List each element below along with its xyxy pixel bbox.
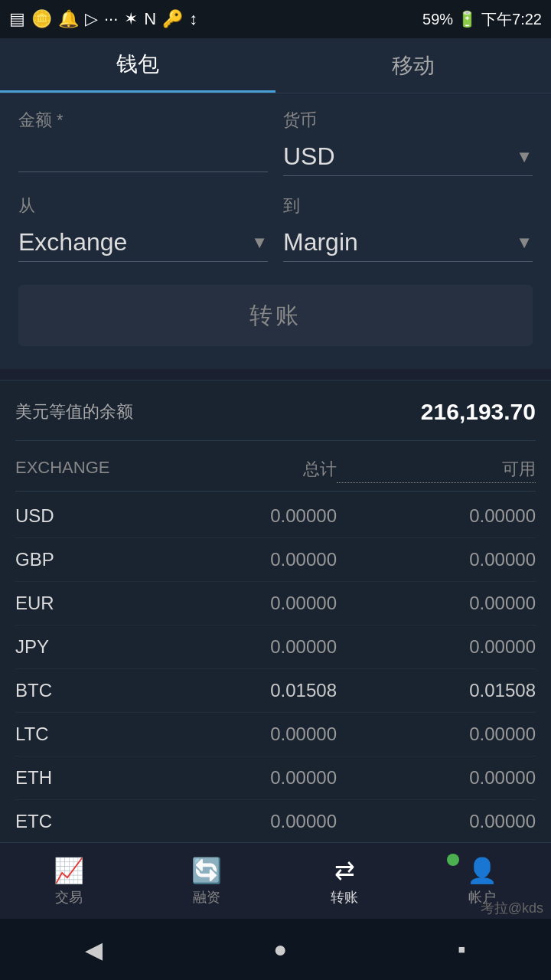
total-cell: 0.00000 bbox=[138, 767, 337, 789]
transfer-icon: ⇄ bbox=[334, 856, 355, 885]
currency-value: USD bbox=[283, 142, 516, 171]
available-cell: 0.00000 bbox=[337, 636, 536, 658]
balance-label: 美元等值的余额 bbox=[15, 400, 133, 423]
available-cell: 0.00000 bbox=[337, 724, 536, 745]
table-row: GBP 0.00000 0.00000 bbox=[15, 538, 536, 582]
total-cell: 0.00000 bbox=[138, 593, 337, 614]
tab-move[interactable]: 移动 bbox=[276, 38, 551, 93]
back-button[interactable]: ◀ bbox=[85, 936, 103, 963]
total-header: 总计 bbox=[138, 458, 337, 483]
status-bar: ▤ 🪙 🔔 ▷ ··· ✶ N 🔑 ↕ 59% 🔋 下午7:22 bbox=[0, 0, 551, 38]
table-row: BTC 0.01508 0.01508 bbox=[15, 669, 536, 713]
currency-dropdown-arrow: ▼ bbox=[516, 147, 533, 167]
to-label: 到 bbox=[283, 194, 533, 217]
transfer-form: 金额 * 货币 USD ▼ 从 Exchange ▼ 到 Margin ▼ bbox=[0, 93, 551, 369]
send-icon: ▷ bbox=[85, 9, 98, 29]
transfer-label: 转账 bbox=[331, 888, 358, 906]
tab-wallet[interactable]: 钱包 bbox=[0, 38, 276, 93]
from-label: 从 bbox=[18, 194, 268, 217]
from-select[interactable]: Exchange ▼ bbox=[18, 224, 268, 262]
total-cell: 0.00000 bbox=[138, 724, 337, 745]
trade-label: 交易 bbox=[55, 888, 83, 906]
transfer-button[interactable]: 转账 bbox=[18, 285, 533, 346]
available-cell: 0.00000 bbox=[337, 593, 536, 614]
to-value: Margin bbox=[283, 228, 516, 256]
watermark: 考拉@kds bbox=[481, 899, 543, 917]
nav-transfer[interactable]: ⇄ 转账 bbox=[276, 843, 413, 919]
currency-cell: BTC bbox=[15, 680, 138, 701]
lock-icon: 🔑 bbox=[162, 9, 183, 29]
bell-icon: 🔔 bbox=[58, 9, 79, 29]
total-cell: 0.00000 bbox=[138, 549, 337, 570]
status-icons-left: ▤ 🪙 🔔 ▷ ··· ✶ N 🔑 ↕ bbox=[9, 9, 197, 29]
system-nav: ◀ ● ▪ bbox=[0, 919, 551, 980]
currency-cell: ETC bbox=[15, 811, 138, 832]
currency-cell: EUR bbox=[15, 593, 138, 614]
recents-button[interactable]: ▪ bbox=[458, 936, 466, 962]
signal-icon: ↕ bbox=[189, 9, 197, 29]
nav-finance[interactable]: 🔄 融资 bbox=[138, 843, 276, 919]
home-button[interactable]: ● bbox=[273, 936, 287, 962]
total-cell: 0.00000 bbox=[138, 811, 337, 832]
table-row: USD 0.00000 0.00000 bbox=[15, 495, 536, 538]
wallet-icon: 🪙 bbox=[31, 9, 52, 29]
bottom-nav: 📈 交易 🔄 融资 ⇄ 转账 👤 帐户 bbox=[0, 842, 551, 919]
balance-row: 美元等值的余额 216,193.70 bbox=[15, 399, 536, 425]
amount-input[interactable] bbox=[18, 138, 268, 172]
tab-bar: 钱包 移动 bbox=[0, 38, 551, 93]
to-select[interactable]: Margin ▼ bbox=[283, 224, 533, 262]
finance-icon: 🔄 bbox=[191, 856, 222, 885]
total-cell: 0.00000 bbox=[138, 505, 337, 527]
amount-group: 金额 * bbox=[18, 109, 268, 179]
available-cell: 0.00000 bbox=[337, 767, 536, 789]
currency-cell: JPY bbox=[15, 636, 138, 658]
sim-icon: ▤ bbox=[9, 9, 25, 29]
available-cell: 0.00000 bbox=[337, 811, 536, 832]
table-row: ETC 0.00000 0.00000 bbox=[15, 800, 536, 844]
status-icons-right: 59% 🔋 下午7:22 bbox=[422, 9, 542, 30]
available-cell: 0.00000 bbox=[337, 505, 536, 527]
currency-group: 货币 USD ▼ bbox=[283, 109, 533, 176]
battery-icon: 🔋 bbox=[458, 10, 477, 28]
trade-icon: 📈 bbox=[54, 856, 84, 885]
currency-cell: LTC bbox=[15, 724, 138, 745]
currency-cell: USD bbox=[15, 505, 138, 527]
form-row-from-to: 从 Exchange ▼ 到 Margin ▼ bbox=[18, 194, 533, 262]
time-display: 下午7:22 bbox=[481, 9, 542, 30]
nfc-icon: N bbox=[144, 9, 156, 29]
table-row: JPY 0.00000 0.00000 bbox=[15, 626, 536, 669]
online-indicator bbox=[447, 854, 459, 866]
table-row: LTC 0.00000 0.00000 bbox=[15, 713, 536, 756]
available-header: 可用 bbox=[337, 458, 536, 483]
currency-cell: ETH bbox=[15, 767, 138, 789]
available-cell: 0.01508 bbox=[337, 680, 536, 701]
form-row-top: 金额 * 货币 USD ▼ bbox=[18, 109, 533, 179]
available-cell: 0.00000 bbox=[337, 549, 536, 570]
table-header: EXCHANGE 总计 可用 bbox=[15, 447, 536, 492]
total-cell: 0.01508 bbox=[138, 680, 337, 701]
table-row: ETH 0.00000 0.00000 bbox=[15, 756, 536, 800]
bluetooth-icon: ✶ bbox=[124, 9, 138, 29]
to-dropdown-arrow: ▼ bbox=[516, 233, 533, 253]
table-row: EUR 0.00000 0.00000 bbox=[15, 582, 536, 626]
total-cell: 0.00000 bbox=[138, 636, 337, 658]
to-group: 到 Margin ▼ bbox=[283, 194, 533, 262]
currency-cell: GBP bbox=[15, 549, 138, 570]
battery-text: 59% bbox=[422, 11, 453, 28]
balance-value: 216,193.70 bbox=[421, 399, 536, 425]
dots-icon: ··· bbox=[104, 9, 118, 29]
account-icon: 👤 bbox=[467, 856, 497, 885]
divider bbox=[15, 440, 536, 441]
currency-select[interactable]: USD ▼ bbox=[283, 138, 533, 176]
section-label: EXCHANGE bbox=[15, 458, 138, 483]
from-value: Exchange bbox=[18, 228, 251, 256]
from-group: 从 Exchange ▼ bbox=[18, 194, 268, 262]
from-dropdown-arrow: ▼ bbox=[251, 233, 268, 253]
amount-label: 金额 * bbox=[18, 109, 268, 132]
finance-label: 融资 bbox=[193, 888, 220, 906]
currency-label: 货币 bbox=[283, 109, 533, 132]
nav-trade[interactable]: 📈 交易 bbox=[0, 843, 138, 919]
